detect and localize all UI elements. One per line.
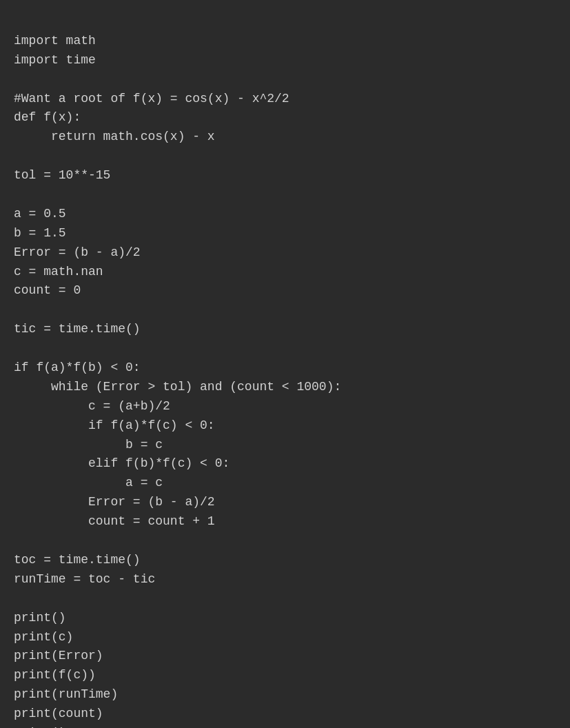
code-line: print() bbox=[14, 609, 556, 628]
code-line: count = count + 1 bbox=[14, 512, 556, 532]
code-line: while (Error > tol) and (count < 1000): bbox=[14, 378, 556, 397]
code-line: import math bbox=[14, 32, 556, 51]
code-line: count = 0 bbox=[14, 281, 556, 301]
code-line: a = c bbox=[14, 474, 556, 493]
code-line bbox=[14, 532, 556, 551]
code-line bbox=[14, 339, 556, 358]
code-line: elif f(b)*f(c) < 0: bbox=[14, 454, 556, 474]
code-line bbox=[14, 589, 556, 609]
code-line: tic = time.time() bbox=[14, 320, 556, 339]
code-line: return math.cos(x) - x bbox=[14, 128, 556, 147]
code-line: print(runTime) bbox=[14, 685, 556, 705]
code-line: b = 1.5 bbox=[14, 224, 556, 243]
code-line bbox=[14, 70, 556, 90]
code-line: print(Error) bbox=[14, 647, 556, 666]
code-line: if f(a)*f(b) < 0: bbox=[14, 358, 556, 378]
code-line: import time bbox=[14, 51, 556, 70]
code-line: print(f(c)) bbox=[14, 666, 556, 685]
code-line: def f(x): bbox=[14, 108, 556, 128]
code-line bbox=[14, 147, 556, 166]
code-line: b = c bbox=[14, 436, 556, 455]
code-line: Error = (b - a)/2 bbox=[14, 243, 556, 263]
code-line: c = (a+b)/2 bbox=[14, 397, 556, 416]
code-line: a = 0.5 bbox=[14, 205, 556, 224]
code-line: print() bbox=[14, 724, 556, 728]
code-line: toc = time.time() bbox=[14, 551, 556, 570]
code-line: c = math.nan bbox=[14, 263, 556, 282]
code-line: tol = 10**-15 bbox=[14, 166, 556, 185]
code-line: if f(a)*f(c) < 0: bbox=[14, 416, 556, 436]
code-line: print(count) bbox=[14, 705, 556, 724]
code-line bbox=[14, 301, 556, 320]
code-line: Error = (b - a)/2 bbox=[14, 493, 556, 512]
code-editor: import mathimport time #Want a root of f… bbox=[14, 12, 556, 728]
code-line: runTime = toc - tic bbox=[14, 570, 556, 589]
code-line: #Want a root of f(x) = cos(x) - x^2/2 bbox=[14, 90, 556, 109]
code-line: print(c) bbox=[14, 628, 556, 647]
code-line bbox=[14, 185, 556, 205]
